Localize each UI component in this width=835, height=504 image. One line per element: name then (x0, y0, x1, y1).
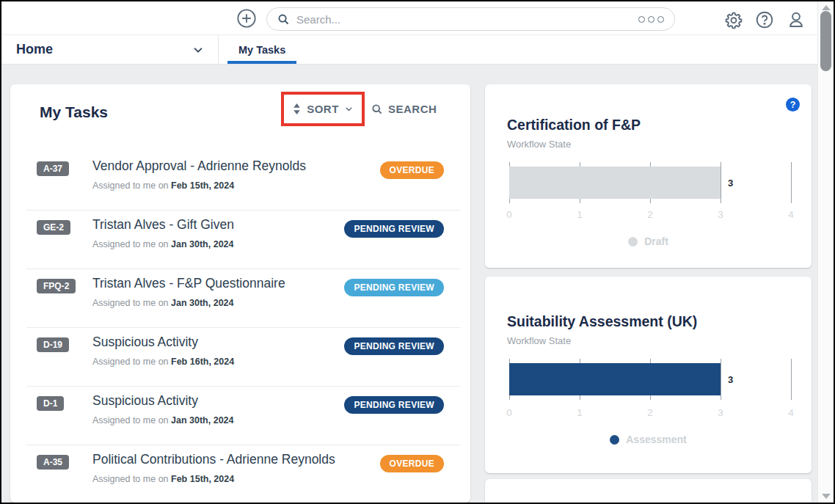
task-title[interactable]: Political Contributions - Adrienne Reyno… (92, 452, 335, 467)
task-status-badge: OVERDUE (380, 161, 444, 179)
search-icon (277, 13, 290, 26)
task-id-badge: FPQ-2 (37, 279, 76, 293)
scrollbar-thumb[interactable] (820, 11, 831, 71)
chart-bar (509, 363, 721, 395)
home-dropdown-label: Home (16, 42, 53, 57)
axis-tick-line (791, 162, 792, 203)
chart-plot: 3 (509, 359, 791, 400)
task-status-badge: PENDING REVIEW (344, 220, 444, 238)
task-id-badge: D-19 (37, 337, 69, 352)
chart-legend: Assessment (485, 434, 812, 445)
axis-tick-label: 4 (788, 407, 794, 418)
axis-tick-label: 4 (788, 209, 794, 220)
chart-axis-labels: 01234 (509, 407, 791, 419)
settings-button[interactable] (723, 10, 743, 30)
axis-tick-line (721, 162, 721, 203)
chart-card-suitability: Suitability Assessment (UK) Workflow Sta… (485, 277, 812, 473)
task-row[interactable]: A-37 Vendor Approval - Adrienne Reynolds… (10, 152, 470, 211)
task-assigned-line: Assigned to me on Feb 15th, 2024 (92, 474, 234, 484)
task-status-badge: OVERDUE (380, 455, 444, 472)
gear-icon (723, 10, 743, 30)
active-tab-indicator (227, 61, 296, 64)
task-row[interactable]: A-35 Political Contributions - Adrienne … (10, 445, 470, 504)
tab-my-tasks[interactable]: My Tasks (227, 35, 296, 64)
question-circle-icon (755, 10, 774, 29)
sort-button[interactable]: SORT (284, 95, 362, 123)
help-button[interactable] (755, 10, 774, 29)
axis-tick-line (721, 359, 721, 400)
chevron-down-icon (192, 43, 205, 56)
axis-tick-label: 3 (718, 209, 723, 220)
chart-subtitle: Workflow State (507, 139, 571, 150)
task-title[interactable]: Tristan Alves - Gift Given (92, 217, 234, 233)
user-profile-button[interactable] (786, 10, 806, 30)
task-status-badge: PENDING REVIEW (344, 337, 444, 355)
chart-axis-labels: 01234 (509, 209, 791, 221)
task-row[interactable]: FPQ-2 Tristan Alves - F&P Questionnaire … (10, 269, 470, 328)
search-options-icon[interactable] (638, 16, 664, 23)
task-row[interactable]: GE-2 Tristan Alves - Gift Given Assigned… (10, 211, 470, 269)
my-tasks-panel: My Tasks SORT (10, 84, 470, 503)
person-icon (786, 10, 806, 30)
task-assigned-line: Assigned to me on Jan 30th, 2024 (92, 239, 234, 249)
plus-circle-icon (236, 8, 257, 29)
tab-label: My Tasks (238, 44, 285, 56)
chart-title: Suitability Assessment (UK) (507, 313, 697, 330)
search-icon (371, 103, 383, 115)
scroll-down-arrow-icon[interactable] (822, 494, 831, 499)
main-content: My Tasks SORT (1, 65, 817, 503)
axis-tick-line (791, 359, 792, 400)
task-title[interactable]: Vendor Approval - Adrienne Reynolds (92, 158, 306, 174)
chart-legend: Draft (485, 235, 812, 247)
task-assigned-line: Assigned to me on Feb 16th, 2024 (92, 357, 234, 367)
sort-label: SORT (307, 103, 339, 115)
task-id-badge: D-1 (37, 396, 64, 411)
task-row[interactable]: D-19 Suspicious Activity Assigned to me … (10, 328, 470, 387)
global-search[interactable] (266, 7, 675, 31)
bar-value-label: 3 (728, 178, 733, 189)
chart-plot: 3 (509, 162, 791, 203)
tasks-search-button[interactable]: SEARCH (371, 92, 437, 126)
task-id-badge: A-35 (37, 455, 69, 470)
task-assigned-line: Assigned to me on Jan 30th, 2024 (92, 415, 234, 426)
task-status-badge: PENDING REVIEW (344, 396, 444, 414)
axis-tick-label: 0 (506, 209, 512, 220)
legend-dot (628, 237, 638, 246)
task-title[interactable]: Suspicious Activity (92, 393, 198, 409)
legend-dot (610, 435, 619, 445)
sort-annotation-box: SORT (281, 92, 365, 126)
sort-arrows-icon (292, 103, 302, 114)
tab-bar: Home My Tasks (1, 35, 817, 65)
task-assigned-line: Assigned to me on Jan 30th, 2024 (92, 298, 234, 308)
task-status-badge: PENDING REVIEW (344, 279, 444, 296)
search-label: SEARCH (388, 103, 437, 115)
task-title[interactable]: Tristan Alves - F&P Questionnaire (92, 276, 285, 291)
panel-title: My Tasks (40, 103, 108, 121)
top-bar (1, 1, 817, 35)
task-row[interactable]: D-1 Suspicious Activity Assigned to me o… (10, 387, 470, 445)
chevron-down-icon (344, 104, 354, 114)
axis-tick-label: 1 (577, 407, 583, 418)
axis-tick-label: 2 (647, 407, 653, 418)
chart-card-certification: ? Certification of F&P Workflow State 3 … (485, 84, 812, 268)
axis-tick-label: 2 (647, 209, 653, 220)
add-button[interactable] (236, 8, 257, 29)
legend-label: Assessment (626, 434, 687, 445)
legend-label: Draft (644, 235, 668, 247)
axis-tick-label: 1 (577, 209, 583, 220)
home-dropdown[interactable]: Home (1, 35, 219, 64)
task-id-badge: GE-2 (37, 220, 70, 235)
vertical-scrollbar[interactable] (817, 1, 834, 503)
app-window: Home My Tasks My Tasks (0, 0, 835, 504)
task-id-badge: A-37 (37, 161, 69, 176)
scroll-up-arrow-icon[interactable] (822, 5, 831, 10)
search-input[interactable] (296, 13, 638, 26)
chart-help-icon[interactable]: ? (786, 98, 800, 112)
chart-bar (509, 167, 721, 199)
task-title[interactable]: Suspicious Activity (92, 335, 198, 350)
task-assigned-line: Assigned to me on Feb 15th, 2024 (92, 180, 234, 191)
chart-subtitle: Workflow State (507, 335, 571, 346)
axis-tick-label: 3 (718, 407, 723, 418)
chart-title: Certification of F&P (507, 117, 641, 134)
axis-tick-label: 0 (506, 407, 512, 418)
